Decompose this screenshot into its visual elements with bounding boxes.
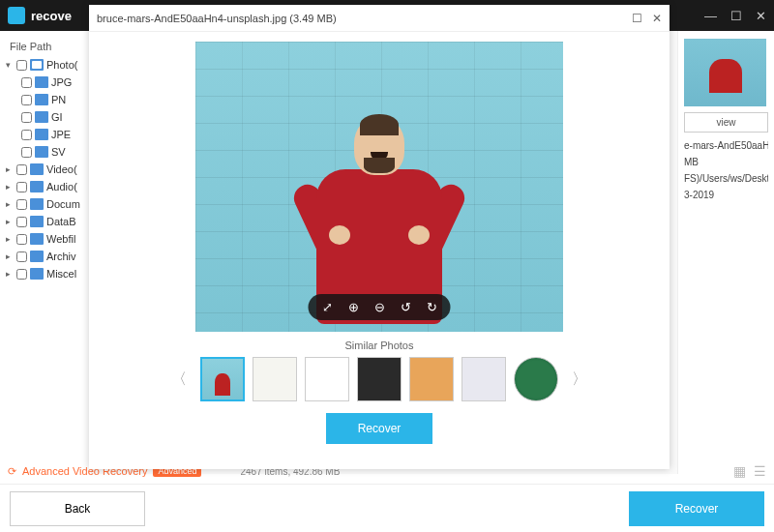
list-view-icon[interactable]: ☰ (754, 463, 766, 479)
tree-item-webfile[interactable]: ▸Webfil (4, 230, 87, 248)
checkbox[interactable] (16, 217, 27, 227)
app-logo: recove (8, 7, 72, 24)
next-arrow-icon[interactable]: 〉 (566, 369, 593, 390)
preview-image: ⤢ ⊕ ⊖ ↺ ↻ (195, 42, 563, 332)
zoom-out-icon[interactable]: ⊖ (374, 300, 385, 314)
preview-recover-button[interactable]: Recover (326, 413, 432, 444)
checkbox[interactable] (21, 147, 32, 158)
details-panel: view e-mars-AndE50aaH nsplash.jpg MB FS)… (677, 31, 774, 474)
tree-item-audio[interactable]: ▸Audio( (4, 178, 87, 195)
checkbox[interactable] (16, 251, 27, 262)
folder-icon (30, 198, 44, 210)
preview-modal: bruce-mars-AndE50aaHn4-unsplash.jpg (3.4… (89, 5, 670, 469)
folder-icon (30, 233, 44, 245)
thumbnail[interactable] (200, 357, 245, 401)
tree-item-document[interactable]: ▸Docum (4, 195, 87, 213)
tree-item-svg[interactable]: SV (4, 143, 87, 161)
tree-item-jpg[interactable]: JPG (4, 74, 87, 91)
file-icon (35, 146, 48, 158)
tree-item-archive[interactable]: ▸Archiv (4, 248, 87, 265)
checkbox[interactable] (21, 130, 32, 140)
thumbnail[interactable] (409, 357, 454, 401)
maximize-button[interactable]: ☐ (730, 9, 742, 23)
image-toolbar: ⤢ ⊕ ⊖ ↺ ↻ (309, 294, 451, 320)
detail-thumbnail (684, 39, 766, 106)
folder-icon (30, 251, 44, 262)
checkbox[interactable] (21, 95, 32, 105)
tree-item-jpeg[interactable]: JPE (4, 126, 87, 143)
folder-icon (30, 268, 44, 280)
thumbnail[interactable] (253, 357, 297, 401)
footer-bar: Back Recover (0, 484, 774, 532)
preview-header: bruce-mars-AndE50aaHn4-unsplash.jpg (3.4… (89, 5, 670, 32)
preview-maximize-icon[interactable]: ☐ (632, 12, 642, 25)
view-mode-toggles: ▦ ☰ (733, 463, 766, 479)
view-button[interactable]: view (684, 112, 768, 133)
logo-icon (8, 7, 25, 24)
preview-window-controls: ☐ ✕ (632, 12, 662, 25)
sidebar: File Path ▾Photo( JPG PN GI JPE SV ▸Vide… (0, 31, 92, 474)
folder-icon (30, 59, 44, 71)
fit-screen-icon[interactable]: ⤢ (322, 300, 333, 314)
thumbnail[interactable] (461, 357, 506, 401)
file-icon (35, 94, 48, 105)
file-icon (35, 111, 48, 123)
reload-icon[interactable]: ⟳ (8, 465, 16, 478)
window-controls: — ☐ ✕ (704, 9, 766, 23)
tree-item-png[interactable]: PN (4, 91, 87, 108)
similar-thumbnails: 〈 〉 (89, 357, 670, 401)
file-icon (35, 76, 48, 88)
meta-path: FS)/Users/ws/Deskt 85/Photos (684, 173, 768, 184)
preview-title: bruce-mars-AndE50aaHn4-unsplash.jpg (3.4… (97, 13, 632, 24)
brand-text: recove (31, 9, 72, 23)
preview-close-icon[interactable]: ✕ (652, 12, 662, 25)
folder-icon (30, 216, 44, 227)
close-button[interactable]: ✕ (756, 9, 766, 23)
thumbnail[interactable] (305, 357, 349, 401)
checkbox[interactable] (21, 112, 32, 123)
zoom-in-icon[interactable]: ⊕ (348, 300, 359, 314)
meta-filename: e-mars-AndE50aaH nsplash.jpg (684, 140, 768, 151)
thumbnail[interactable] (514, 357, 558, 401)
file-path-label: File Path (4, 37, 87, 56)
folder-icon (30, 163, 44, 175)
checkbox[interactable] (16, 199, 27, 210)
tree-item-photo[interactable]: ▾Photo( (4, 56, 87, 74)
meta-date: 3-2019 (684, 190, 768, 200)
thumbnail[interactable] (357, 357, 402, 401)
file-icon (35, 129, 48, 140)
tree-item-video[interactable]: ▸Video( (4, 161, 87, 178)
recover-button[interactable]: Recover (629, 491, 764, 526)
tree-item-misc[interactable]: ▸Miscel (4, 265, 87, 282)
checkbox[interactable] (16, 269, 27, 280)
tree-item-gif[interactable]: GI (4, 108, 87, 126)
rotate-right-icon[interactable]: ↻ (427, 300, 437, 314)
folder-icon (30, 181, 44, 192)
back-button[interactable]: Back (10, 491, 145, 526)
checkbox[interactable] (16, 182, 27, 192)
checkbox[interactable] (16, 234, 27, 245)
checkbox[interactable] (21, 77, 32, 88)
minimize-button[interactable]: — (704, 9, 717, 23)
checkbox[interactable] (16, 60, 27, 71)
prev-arrow-icon[interactable]: 〈 (165, 369, 193, 390)
similar-photos-label: Similar Photos (89, 340, 670, 351)
rotate-left-icon[interactable]: ↺ (401, 300, 411, 314)
tree-item-database[interactable]: ▸DataB (4, 213, 87, 230)
checkbox[interactable] (16, 164, 27, 175)
meta-size: MB (684, 157, 768, 167)
grid-view-icon[interactable]: ▦ (733, 463, 746, 479)
